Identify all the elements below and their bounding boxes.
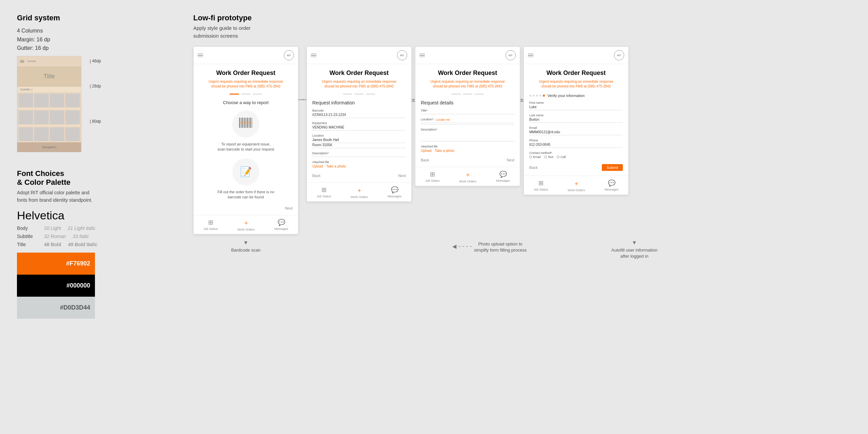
svg-rect-10 — [239, 122, 253, 124]
job-status-icon-1: ⊞ — [208, 219, 213, 226]
subtitle-italic: 33 Italic — [73, 234, 89, 239]
description-input[interactable] — [421, 132, 514, 141]
footer-work-orders-4[interactable]: ＋ Work Orders — [568, 179, 585, 192]
footer-job-status-1[interactable]: ⊞ Job Status — [203, 219, 218, 231]
vdot-3 — [536, 95, 538, 97]
annotation-4: ▼ Autofill user informationafter logged … — [582, 240, 687, 259]
screen2: RIT Work Order Request Urgent requests r… — [307, 46, 412, 202]
color-swatches: #F76902 #000000 #D0D3D44 — [17, 253, 173, 319]
footer-label-2-3: Messages — [388, 195, 401, 198]
screen4-content: Work Order Request Urgent requests requi… — [524, 64, 628, 176]
screen1-next-btn[interactable]: Next — [285, 206, 293, 210]
rit-logo: RIT — [284, 50, 294, 60]
photo-link-2[interactable]: Take a photo — [327, 164, 346, 168]
annotation-1: ▼ Bardcode scan — [193, 240, 298, 253]
hamburger-icon-4[interactable] — [528, 54, 533, 57]
radio-circle-email — [529, 156, 532, 158]
bottom-annotations: ▼ Bardcode scan ◀ Photo upload option to… — [193, 240, 851, 259]
swatch-black: #000000 — [17, 275, 95, 297]
location-field-label: Location* — [421, 118, 434, 121]
radio-email[interactable]: Email — [529, 155, 541, 159]
grid-mockup: Header Title Subtitle 1 — [17, 56, 81, 152]
screen3-back-btn[interactable]: Back — [421, 158, 429, 162]
footer-work-orders-2[interactable]: ＋ Work Orders — [351, 186, 368, 199]
screen2-nav: Back Next — [312, 172, 406, 180]
footer-label-2: Work Orders — [237, 228, 255, 231]
color-gray-label: #D0D3D44 — [60, 304, 90, 311]
screen3-next-btn[interactable]: Next — [507, 158, 514, 162]
hamburger-icon[interactable] — [198, 54, 203, 57]
description-placeholder[interactable] — [312, 156, 406, 157]
footer-work-orders-1[interactable]: ＋ Work Orders — [237, 219, 255, 231]
screen3-content: Work Order Request Urgent requests requi… — [415, 64, 520, 167]
lastname-field: Last name Burton — [529, 114, 623, 123]
footer-job-status-3[interactable]: ⊞ Job Status — [425, 171, 440, 183]
screen4-submit-btn[interactable]: Submit — [602, 164, 623, 171]
footer-job-status-2[interactable]: ⊞ Job Status — [317, 186, 331, 199]
attached-field-3: Attached file Upload Take a photo — [421, 145, 514, 153]
hamburger-icon-2[interactable] — [311, 54, 316, 57]
screen2-next-btn[interactable]: Next — [398, 174, 406, 178]
footer-label-3: Messages — [274, 227, 288, 231]
photo-link-3[interactable]: Take a photo — [435, 149, 454, 153]
footer-work-orders-3[interactable]: ＋ Work Orders — [459, 171, 476, 183]
title-input[interactable] — [421, 113, 514, 114]
footer-messages-1[interactable]: 💬 Messages — [274, 219, 288, 231]
dot-2-2 — [354, 94, 364, 95]
upload-link-3[interactable]: Upload — [421, 149, 432, 153]
footer-job-status-4[interactable]: ⊞ Job Status — [534, 179, 548, 192]
screen1-section: Choose a way to report — [199, 100, 293, 105]
work-orders-icon-2: ＋ — [356, 186, 362, 194]
rit-logo-2: RIT — [397, 50, 407, 60]
upload-link-2[interactable]: Upload — [312, 164, 323, 168]
screen4-back-btn[interactable]: Back — [529, 164, 537, 171]
contact-field: Contact method* Email Text — [529, 151, 623, 159]
barcode-field: Barcode #2394113-21-23-1234 — [312, 109, 406, 118]
footer-label-1: Job Status — [203, 227, 218, 231]
attached-label-2: Attached file — [312, 160, 406, 164]
body-italic: 21 Light italic — [68, 225, 96, 231]
annotation-label-4: Autofill user informationafter logged in — [611, 247, 657, 259]
footer-messages-2[interactable]: 💬 Messages — [388, 186, 401, 199]
phone-field: Phone 612-203-0045 — [529, 139, 623, 148]
screen1: RIT Work Order Request Urgent requests r… — [193, 46, 298, 234]
form-icon-container[interactable]: 📝 — [232, 158, 259, 185]
footer-messages-3[interactable]: 💬 Messages — [496, 171, 510, 183]
footer-label-3-3: Messages — [496, 179, 510, 182]
screen4-footer: ⊞ Job Status ＋ Work Orders 💬 Messages — [524, 176, 628, 195]
radio-text[interactable]: Text — [544, 155, 554, 159]
radio-circle-call — [557, 156, 559, 158]
dash-connector-1 — [298, 99, 307, 100]
footer-label-3-1: Job Status — [425, 179, 440, 182]
annotation-label-3: Photo upload option tosimplify form fill… — [474, 240, 527, 253]
firstname-value: Luke — [529, 105, 623, 110]
messages-icon-3: 💬 — [499, 171, 507, 178]
location-input-2[interactable] — [421, 123, 514, 124]
hamburger-icon-3[interactable] — [419, 54, 425, 57]
screen2-back-btn[interactable]: Back — [312, 174, 320, 178]
down-arrow-4: ▼ — [632, 240, 637, 246]
left-arrow-icon: ◀ — [452, 243, 456, 250]
down-arrow-1: ▼ — [243, 240, 249, 246]
job-status-icon-3: ⊞ — [430, 171, 435, 178]
email-value: MMM00121@rit.edu — [529, 130, 623, 135]
phone-label: Phone — [529, 139, 623, 142]
dashed-line-3 — [458, 246, 472, 247]
form-icon: 📝 — [240, 166, 252, 177]
dot-1-3 — [253, 94, 262, 95]
radio-call[interactable]: Call — [557, 155, 566, 159]
screen1-urgent: Urgent requests requiring an immediate r… — [199, 79, 293, 89]
screen2-urgent: Urgent requests requiring an immediate r… — [312, 79, 406, 89]
barcode-icon-container[interactable] — [232, 111, 259, 138]
right-panel: Low-fi prototype Apply style guide to or… — [173, 14, 851, 420]
font-section: Font Choices& Color Palette Adopt RIT of… — [17, 169, 173, 319]
locate-me-link[interactable]: Locate me — [436, 118, 450, 121]
screen3: RIT Work Order Request Urgent requests r… — [415, 46, 520, 186]
messages-icon-1: 💬 — [278, 219, 285, 226]
firstname-field: First name Luke — [529, 101, 623, 110]
annotation-3: ◀ Photo upload option tosimplify form fi… — [452, 240, 557, 253]
work-orders-icon-3: ＋ — [465, 171, 471, 179]
footer-messages-4[interactable]: 💬 Messages — [605, 179, 618, 192]
footer-label-4-3: Messages — [605, 188, 618, 191]
description-label-3: Description* — [421, 128, 514, 131]
